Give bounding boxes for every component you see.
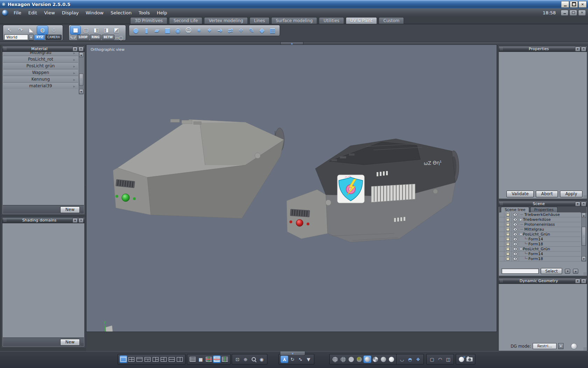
visibility-eye-icon[interactable] <box>512 222 519 227</box>
visibility-eye-icon[interactable] <box>512 247 519 251</box>
uv-head-icon[interactable]: ☺ <box>183 26 194 35</box>
scroll-thumb[interactable] <box>582 227 586 246</box>
visibility-eye-icon[interactable] <box>512 217 519 222</box>
scene-tab-properties[interactable]: Properties <box>530 207 558 212</box>
panel-close-button[interactable] <box>581 47 586 52</box>
scroll-track[interactable] <box>582 218 586 256</box>
panel-close-button[interactable] <box>78 218 84 223</box>
unfold-view-icon[interactable]: ◠ <box>436 356 444 363</box>
zoom-region-icon[interactable] <box>250 356 257 363</box>
material-item-poslicht-gr-n[interactable]: PosLicht grün <box>3 63 78 69</box>
scene-search-input[interactable] <box>502 268 539 274</box>
ghost-tool-icon[interactable]: ☃ <box>48 26 59 34</box>
uv-cylinder-icon[interactable]: ▮ <box>141 26 152 35</box>
tab-second-life[interactable]: Second Life <box>169 17 203 24</box>
scene-tree-scrollbar[interactable] <box>581 212 586 261</box>
expander-expanded-icon[interactable] <box>520 233 522 236</box>
matte-shading-icon[interactable] <box>380 356 387 363</box>
properties-panel-header[interactable]: Properties <box>499 46 587 52</box>
scroll-up-button[interactable] <box>79 52 83 57</box>
material-new-button[interactable]: New <box>60 206 80 213</box>
scene-panel-header[interactable]: Scene <box>499 201 587 207</box>
grid-xy-icon[interactable] <box>213 356 220 363</box>
visibility-eye-icon[interactable] <box>512 237 519 241</box>
scene-tree-row[interactable]: PosLicht_Grün <box>499 247 581 252</box>
dual-view-icon[interactable]: ◫ <box>444 356 452 363</box>
abort-button[interactable]: Abort <box>536 191 558 197</box>
lock-icon[interactable] <box>504 227 512 232</box>
uv-swap-icon[interactable]: ⇄ <box>225 26 236 35</box>
drop-manipulator-icon[interactable]: ▼ <box>305 356 312 363</box>
shaded-wire-icon[interactable] <box>356 356 363 363</box>
scene-tree-row[interactable]: Mittelgrau <box>499 227 581 232</box>
center-view-icon[interactable]: ⊕ <box>242 356 249 363</box>
panel-resize-grip[interactable] <box>81 343 84 346</box>
scroll-down-button[interactable] <box>582 256 586 261</box>
tab-custom[interactable]: Custom <box>379 17 404 24</box>
visibility-eye-icon[interactable] <box>512 257 519 261</box>
menu-item-file[interactable]: File <box>10 8 25 17</box>
scroll-thumb[interactable] <box>79 74 83 86</box>
ring-button[interactable]: RING <box>90 35 101 40</box>
material-item-kennung[interactable]: Kennung <box>3 76 78 83</box>
menu-item-selection[interactable]: Selection <box>107 8 135 17</box>
material-item-poslicht-rot[interactable]: PosLicht_rot <box>3 56 78 63</box>
panel-menu-button[interactable] <box>575 47 580 52</box>
sphere-tool-icon[interactable]: ◍ <box>37 26 48 35</box>
lock-icon[interactable] <box>504 257 512 261</box>
scene-tree-row[interactable]: Form14 <box>499 237 581 242</box>
flat-shading-icon[interactable] <box>348 356 355 363</box>
rotate-arrow-icon[interactable]: ↷ <box>15 26 26 34</box>
tab-surface-modeling[interactable]: Surface modeling <box>271 17 317 24</box>
marquee-ellipse-icon[interactable]: ◯ <box>119 36 123 40</box>
lock-icon[interactable] <box>504 252 512 256</box>
layout-left2-right-icon[interactable] <box>160 356 167 363</box>
snapshot-icon[interactable] <box>466 356 473 363</box>
menu-item-display[interactable]: Display <box>58 8 82 17</box>
rotate-manipulator-icon[interactable]: ↻ <box>289 356 296 363</box>
uv-relax-icon[interactable]: ✧ <box>236 26 246 35</box>
scene-tree-row[interactable]: PosLicht_Grün <box>499 232 581 237</box>
hidden-line-icon[interactable] <box>340 356 347 363</box>
viewport-3d[interactable]: ωZ Θη¹ Y X Z snake Orthographic view <box>86 45 497 332</box>
expander-collapsed-icon[interactable] <box>520 218 522 222</box>
lock-icon[interactable] <box>504 212 512 217</box>
panel-menu-button[interactable] <box>575 202 580 206</box>
smooth-shading-icon[interactable] <box>364 356 371 363</box>
apply-button[interactable]: Apply <box>560 191 582 197</box>
uv-pin-icon[interactable]: ➔ <box>215 26 225 35</box>
fit-view-icon[interactable]: ⊡ <box>234 356 241 363</box>
select-edge-icon[interactable]: ◧ <box>91 26 101 34</box>
lock-icon[interactable] <box>504 232 512 237</box>
window-close-button[interactable] <box>579 1 587 8</box>
material-item-mittelgrau[interactable]: Mittelgrau <box>3 52 78 56</box>
marquee-rect-icon[interactable]: ▭ <box>115 36 119 40</box>
layout-vsplit-icon[interactable] <box>176 356 183 363</box>
lock-icon[interactable] <box>504 222 512 227</box>
layout-hsplit-icon[interactable] <box>168 356 175 363</box>
scene-next-button[interactable] <box>573 269 578 274</box>
scene-tree-row[interactable]: Form18 <box>499 242 581 247</box>
dg-mode-dropdown-button[interactable] <box>558 343 564 349</box>
panel-menu-button[interactable] <box>72 47 78 52</box>
scene-tree-row[interactable]: Triebwerkdüse <box>499 217 581 222</box>
lock-icon[interactable] <box>504 217 512 222</box>
workspace-close-button[interactable] <box>578 10 586 16</box>
backface-icon[interactable]: ◡ <box>398 356 406 363</box>
panel-resize-grip[interactable] <box>583 272 587 275</box>
menu-item-window[interactable]: Window <box>82 8 107 17</box>
visibility-eye-icon[interactable] <box>512 252 519 256</box>
material-scrollbar[interactable] <box>79 52 84 94</box>
scene-prev-button[interactable] <box>565 269 570 274</box>
uv-globe-icon[interactable]: ◉ <box>173 26 183 35</box>
uv-sphere-icon[interactable]: ● <box>131 26 141 35</box>
visibility-eye-icon[interactable] <box>512 212 519 217</box>
xyz-toggle-button[interactable]: XYZ <box>34 35 45 40</box>
cone-tool-icon[interactable]: ◣ <box>26 26 37 34</box>
scene-select-button[interactable]: Select <box>541 268 562 274</box>
grid-edit-icon[interactable] <box>189 356 196 363</box>
tab-uv-paint[interactable]: UV & Paint <box>346 17 377 24</box>
menu-item-help[interactable]: Help <box>153 8 171 17</box>
panel-resize-grip[interactable] <box>583 195 587 198</box>
grid-xz-icon[interactable] <box>205 356 212 363</box>
